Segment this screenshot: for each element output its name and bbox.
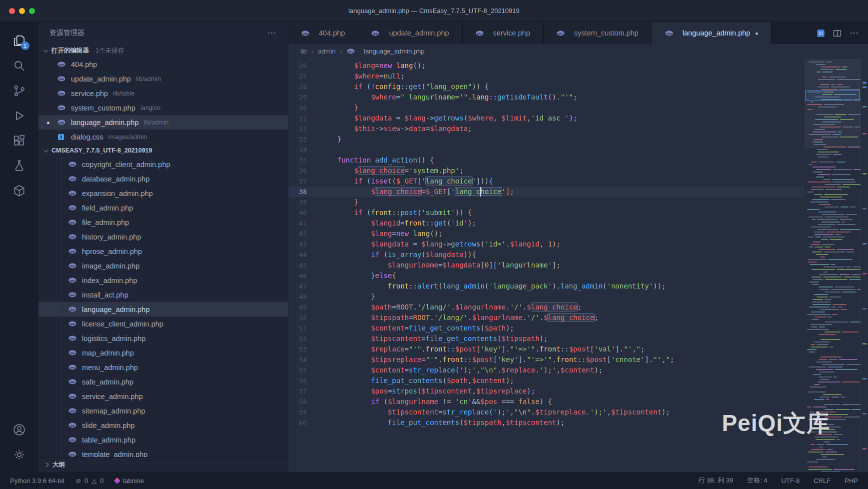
extensions-icon[interactable] <box>7 128 31 153</box>
open-editor-item[interactable]: php404.php <box>38 57 288 72</box>
file-tree-item[interactable]: phpdatabase_admin.php <box>38 172 288 186</box>
code-line[interactable]: 51 $content=file_get_contents($path); <box>288 323 805 334</box>
file-tree-item[interactable]: phpmap_admin.php <box>38 346 288 360</box>
file-tree-item[interactable]: phplanguage_admin.php <box>38 302 288 316</box>
code-line[interactable]: 60 file_put_contents($tipspath,$tipscont… <box>288 418 805 428</box>
extension-action-icon[interactable] <box>817 29 825 38</box>
line-number[interactable]: 42 <box>288 228 320 239</box>
code-line[interactable]: 54 $tipsreplace="'".front::$post['key'].… <box>288 354 805 365</box>
code-line[interactable]: 53 $replace="'".front::$post['key']."'=>… <box>288 344 805 354</box>
python-version-status-item[interactable]: Python 3.9.6 64-bit <box>10 477 64 484</box>
open-editor-item[interactable]: ●phplanguage_admin.phplib/admin <box>38 115 288 130</box>
line-number[interactable]: 36 <box>288 166 320 176</box>
file-tree-item[interactable]: phptable_admin.php <box>38 432 288 447</box>
explorer-icon[interactable]: 1 <box>7 28 31 53</box>
line-number[interactable]: 56 <box>288 376 320 386</box>
line-number[interactable]: 51 <box>288 323 320 334</box>
code-line[interactable]: 41 $langid=front::get('id'); <box>288 218 805 228</box>
tab-update_admin.php[interactable]: phpupdate_admin.php <box>358 22 462 44</box>
line-number[interactable]: 54 <box>288 354 320 365</box>
tabnine-status-item[interactable]: tabnine <box>115 477 144 484</box>
code-line[interactable]: 44 if (is_array($langdata)){ <box>288 250 805 260</box>
file-tree-item[interactable]: phpfile_admin.php <box>38 215 288 230</box>
more-actions-icon[interactable]: ⋯ <box>850 28 859 38</box>
file-tree-item[interactable]: phpindex_admin.php <box>38 273 288 288</box>
file-tree-item[interactable]: phplicense_client_admin.php <box>38 316 288 331</box>
open-editor-item[interactable]: phpupdate_admin.phplib/admin <box>38 72 288 86</box>
code-line[interactable]: 31 $langdata = $lang->getrows($where, $l… <box>288 113 805 124</box>
code-line[interactable]: 47 front::alert(lang_admin('language_pac… <box>288 281 805 292</box>
line-number[interactable]: 60 <box>288 418 320 428</box>
line-number[interactable]: 39 <box>288 197 320 208</box>
line-number[interactable]: 37 <box>288 176 320 186</box>
search-icon[interactable] <box>7 53 31 78</box>
breadcrumb-item[interactable]: phplanguage_admin.php <box>347 48 424 55</box>
file-tree-item[interactable]: phpservice_admin.php <box>38 389 288 404</box>
code-line[interactable]: 36 $lang_choice='system.php'; <box>288 166 805 176</box>
close-window-button[interactable] <box>9 8 15 14</box>
tab-404.php[interactable]: php404.php <box>288 22 358 44</box>
code-line[interactable]: 48 } <box>288 292 805 302</box>
open-editors-section-header[interactable]: 打开的编辑器 1个未保存 <box>38 44 288 57</box>
line-number[interactable]: 41 <box>288 218 320 228</box>
line-number[interactable]: 28 <box>288 82 320 92</box>
line-number[interactable]: 40 <box>288 208 320 218</box>
zoom-window-button[interactable] <box>29 8 35 14</box>
problems-status-item[interactable]: ⊘0△0 <box>75 477 103 484</box>
source-control-icon[interactable] <box>7 78 31 103</box>
code-line[interactable]: 45 $langurlname=$langdata[0]['langurlnam… <box>288 260 805 270</box>
code-line[interactable]: 37 if (isset($_GET['lang_choice'])){ <box>288 176 805 186</box>
code-line[interactable]: 34 <box>288 144 805 155</box>
code-line[interactable]: 52 $tipscontent=file_get_contents($tipsp… <box>288 334 805 344</box>
code-line[interactable]: 57 $pos=strpos($tipscontent,$tipsreplace… <box>288 386 805 396</box>
line-number[interactable]: 57 <box>288 386 320 396</box>
breadcrumb-item[interactable]: admin <box>318 48 335 55</box>
split-editor-icon[interactable] <box>833 29 842 38</box>
minimap[interactable] <box>805 58 861 472</box>
file-tree-item[interactable]: phptemplate_admin.php <box>38 447 288 457</box>
code-line[interactable]: 29 $where=" langurlname='".lang::getisde… <box>288 92 805 102</box>
line-number[interactable]: 44 <box>288 250 320 260</box>
line-number[interactable]: 35 <box>288 155 320 166</box>
code-line[interactable]: 43 $langdata = $lang->getrows('id='.$lan… <box>288 239 805 250</box>
file-tree-item[interactable]: phpsitemap_admin.php <box>38 404 288 418</box>
line-number[interactable]: 43 <box>288 239 320 250</box>
outline-section-header[interactable]: 大纲 <box>38 457 288 472</box>
open-editor-item[interactable]: phpsystem_custom.phplang/cn <box>38 100 288 115</box>
line-number[interactable]: 31 <box>288 113 320 124</box>
tab-system_custom.php[interactable]: phpsystem_custom.php <box>544 22 652 44</box>
code-line[interactable]: 40 if (front::post('submit')) { <box>288 208 805 218</box>
code-line[interactable]: 28 if (!config::get("lang_open")) { <box>288 82 805 92</box>
language-mode-status-item[interactable]: PHP <box>845 477 858 484</box>
workspace-section-header[interactable]: CMSEASY_7.7.5_UTF-8_20210919 <box>38 144 288 157</box>
line-number[interactable]: 53 <box>288 344 320 354</box>
line-number[interactable]: 33 <box>288 134 320 144</box>
line-number[interactable]: 34 <box>288 144 320 155</box>
eol-status-item[interactable]: CRLF <box>814 477 831 484</box>
file-tree-item[interactable]: phphprose_admin.php <box>38 244 288 258</box>
file-tree-item[interactable]: phpmenu_admin.php <box>38 360 288 374</box>
line-number[interactable]: 38 <box>288 186 320 197</box>
code-line[interactable]: 59 $tipscontent=str_replace(');',"\n".$t… <box>288 407 805 418</box>
file-tree-item[interactable]: phpimage_admin.php <box>38 258 288 273</box>
code-line[interactable]: 26 $lang=new lang(); <box>288 60 805 71</box>
code-line[interactable]: 56 file_put_contents($path,$content); <box>288 376 805 386</box>
tab-language_admin.php[interactable]: phplanguage_admin.php● <box>652 22 772 44</box>
file-tree-item[interactable]: phpexpansion_admin.php <box>38 186 288 200</box>
line-number[interactable]: 29 <box>288 92 320 102</box>
line-number[interactable]: 32 <box>288 124 320 134</box>
line-number[interactable]: 46 <box>288 270 320 281</box>
line-number[interactable]: 26 <box>288 60 320 71</box>
encoding-status-item[interactable]: UTF-8 <box>781 477 800 484</box>
settings-icon[interactable] <box>7 442 31 467</box>
code-line[interactable]: 35 function add_action() { <box>288 155 805 166</box>
line-number[interactable]: 27 <box>288 71 320 82</box>
code-line[interactable]: 33 } <box>288 134 805 144</box>
file-tree-item[interactable]: phphistory_admin.php <box>38 230 288 244</box>
code-line[interactable]: 46 }else{ <box>288 270 805 281</box>
tab-service.php[interactable]: phpservice.php <box>463 22 544 44</box>
line-number[interactable]: 47 <box>288 281 320 292</box>
minimize-window-button[interactable] <box>19 8 25 14</box>
code-line[interactable]: 32 $this->view->data=$langdata; <box>288 124 805 134</box>
file-tree-item[interactable]: phpinstall_act.php <box>38 288 288 302</box>
